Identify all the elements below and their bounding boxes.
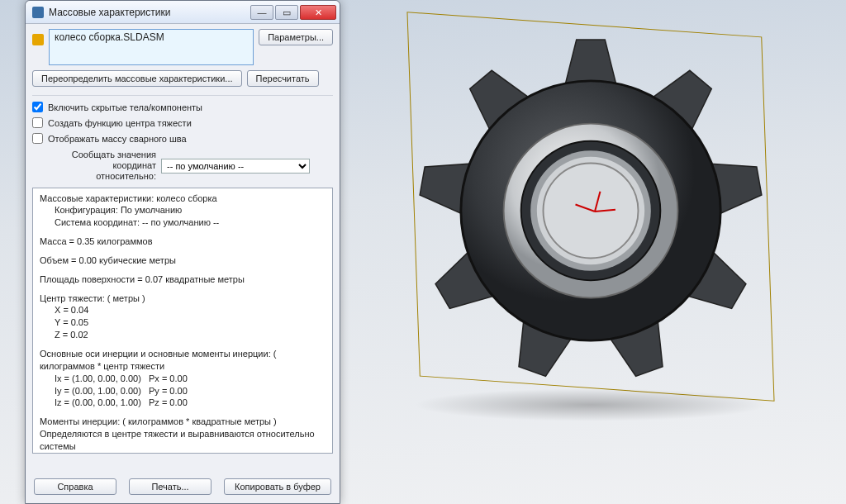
minimize-button[interactable]: — (250, 5, 273, 20)
coord-label-1: Сообщать значения координат (72, 150, 156, 170)
include-hidden-row[interactable]: Включить скрытые тела/компоненты (32, 102, 333, 112)
cog-y: Y = 0.05 (40, 316, 326, 329)
weld-mass-checkbox[interactable] (32, 133, 43, 144)
table-row: Ix = (1.00, 0.00, 0.00)Px = 0.00 (40, 373, 326, 385)
window-title: Массовые характеристики (49, 7, 249, 18)
help-button[interactable]: Справка (34, 478, 116, 495)
include-hidden-checkbox[interactable] (32, 102, 43, 112)
report-header: Массовые характеристики: колесо сборка (40, 193, 217, 203)
cog-header: Центр тяжести: ( метры ) (40, 292, 326, 305)
moi-cog-table: Lxx = 0.00Lxy = 0.00Lxz = 0.00Lyx = 0.00… (40, 453, 326, 454)
volume-line: Объем = 0.00 кубические метры (40, 254, 326, 267)
table-row: Lxx = 0.00Lxy = 0.00Lxz = 0.00 (40, 453, 326, 454)
override-button[interactable]: Переопределить массовые характеристики..… (32, 70, 242, 87)
options-button[interactable]: Параметры... (259, 29, 333, 45)
area-line: Площадь поверхности = 0.07 квадратные ме… (40, 273, 326, 286)
cog-feature-label: Создать функцию центра тяжести (48, 118, 192, 128)
copy-clipboard-button[interactable]: Копировать в буфер (224, 478, 331, 495)
horizontal-scrollbar[interactable] (32, 457, 333, 470)
recalculate-button[interactable]: Пересчитать (247, 70, 319, 87)
coord-system-select[interactable]: -- по умолчанию -- (161, 159, 310, 174)
app-icon (32, 7, 44, 18)
table-row: Iy = (0.00, 1.00, 0.00)Py = 0.00 (40, 385, 326, 397)
csys-line: Система координат: -- по умолчанию -- (40, 216, 326, 229)
results-panel[interactable]: Массовые характеристики: колесо сборка К… (32, 188, 333, 454)
cog-z: Z = 0.02 (40, 329, 326, 341)
mass-properties-dialog: Массовые характеристики — ▭ ✕ колесо сбо… (25, 0, 340, 504)
close-button[interactable]: ✕ (300, 5, 336, 20)
maximize-button[interactable]: ▭ (275, 5, 298, 20)
include-hidden-label: Включить скрытые тела/компоненты (48, 102, 202, 112)
table-row: Iz = (0.00, 0.00, 1.00)Pz = 0.00 (40, 397, 326, 409)
moi-sub-cog: Определяются в центре тяжести и выравнив… (40, 428, 326, 453)
weld-mass-label: Отображать массу сварного шва (48, 134, 187, 144)
principal-table: Ix = (1.00, 0.00, 0.00)Px = 0.00Iy = (0.… (40, 373, 326, 410)
model-viewport[interactable] (347, 0, 846, 504)
selected-entities-field[interactable]: колесо сборка.SLDASM (49, 29, 254, 65)
mass-line: Масса = 0.35 килограммов (40, 235, 326, 248)
cog-feature-checkbox[interactable] (32, 117, 43, 128)
config-line: Конфигурация: По умолчанию (40, 204, 326, 216)
moi-header-1: Моменты инерции: ( килограммов * квадрат… (40, 416, 326, 428)
coord-system-row: Сообщать значения координат относительно… (32, 150, 333, 183)
assembly-icon (32, 34, 44, 45)
titlebar[interactable]: Массовые характеристики — ▭ ✕ (26, 1, 340, 24)
coord-label-2: относительно: (96, 171, 156, 181)
print-button[interactable]: Печать... (129, 478, 212, 495)
principal-header: Основные оси инерции и основные моменты … (40, 348, 326, 373)
weld-mass-row[interactable]: Отображать массу сварного шва (32, 133, 333, 144)
cog-feature-row[interactable]: Создать функцию центра тяжести (32, 117, 333, 128)
cog-x: X = 0.04 (40, 304, 326, 316)
